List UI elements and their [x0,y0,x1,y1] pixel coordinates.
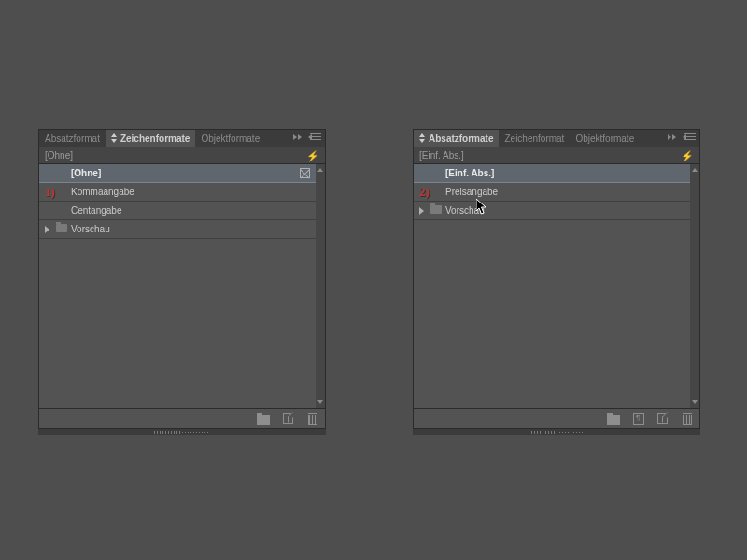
folder-icon [56,224,67,232]
updown-icon [419,133,427,143]
new-group-icon[interactable] [607,415,620,425]
collapse-icon[interactable] [293,133,304,143]
current-style-header: [Ohne] ⚡ [39,147,325,164]
delete-icon[interactable] [306,413,319,426]
current-style-header: [Einf. Abs.] ⚡ [414,147,699,164]
style-label: Centangabe [71,205,122,216]
panel-menu-icon[interactable] [310,133,321,143]
panel-footer [39,408,325,428]
tab-bar: Absatzformate Zeichenformat Objektformat… [414,130,699,147]
resize-handle[interactable] [413,429,700,435]
style-list: [Einf. Abs.] 2) Preisangabe Vorschau [414,164,699,408]
style-label: [Ohne] [71,168,101,178]
style-row-none[interactable]: [Ohne] [39,164,316,183]
paragraph-styles-panel: Absatzformate Zeichenformat Objektformat… [413,129,700,429]
style-list: [Ohne] 1) Kommaangabe Centangabe Vorscha… [39,164,325,408]
character-styles-panel: Absatzformat Zeichenformate Objektformat… [38,129,326,429]
current-style-label: [Ohne] [45,150,73,161]
style-row[interactable]: Centangabe [39,202,316,220]
annotation-marker: 1) [45,185,55,200]
quick-apply-icon[interactable]: ⚡ [681,150,694,162]
disclosure-triangle-icon[interactable] [419,207,424,215]
panel-footer [414,408,699,428]
style-label: Preisangabe [445,187,498,197]
tab-label: Absatzformate [429,133,493,144]
style-row[interactable]: 1) Kommaangabe [39,183,316,202]
new-group-icon[interactable] [257,415,270,425]
clear-overrides-icon[interactable] [633,413,644,425]
tab-character-styles[interactable]: Zeichenformate [106,130,195,147]
updown-icon [111,133,119,143]
tab-label: Objektformate [201,133,260,144]
new-style-icon[interactable] [657,413,668,424]
folder-icon [430,205,442,214]
scrollbar[interactable] [316,164,325,408]
tab-object-styles[interactable]: Objektformate [195,130,265,147]
annotation-marker: 2) [419,185,430,200]
style-label: Kommaangabe [71,187,134,197]
tab-paragraph-styles[interactable]: Absatzformate [414,130,499,147]
style-label: [Einf. Abs.] [445,168,494,178]
style-row-basic[interactable]: [Einf. Abs.] [414,164,690,183]
new-style-icon[interactable] [283,413,293,424]
delete-icon[interactable] [681,413,694,426]
resize-handle[interactable] [38,429,326,435]
tab-paragraph-styles[interactable]: Absatzformat [39,130,106,147]
panel-menu-icon[interactable] [684,133,696,143]
style-folder-row[interactable]: Vorschau [39,220,316,239]
folder-label: Vorschau [445,205,485,216]
tab-character-styles[interactable]: Zeichenformat [499,130,570,147]
clear-override-icon[interactable] [300,168,310,178]
scrollbar[interactable] [690,164,699,408]
tab-object-styles[interactable]: Objektformate [570,130,640,147]
tab-label: Objektformate [575,133,634,144]
folder-label: Vorschau [71,224,110,234]
tab-label: Zeichenformat [504,133,564,144]
tab-label: Absatzformat [45,133,100,144]
style-row[interactable]: 2) Preisangabe [414,183,690,202]
disclosure-triangle-icon[interactable] [45,226,49,233]
quick-apply-icon[interactable]: ⚡ [306,150,319,162]
style-folder-row[interactable]: Vorschau [414,202,690,220]
tab-bar: Absatzformat Zeichenformate Objektformat… [39,130,325,147]
current-style-label: [Einf. Abs.] [419,150,464,161]
collapse-icon[interactable] [668,133,679,143]
tab-label: Zeichenformate [120,133,190,144]
